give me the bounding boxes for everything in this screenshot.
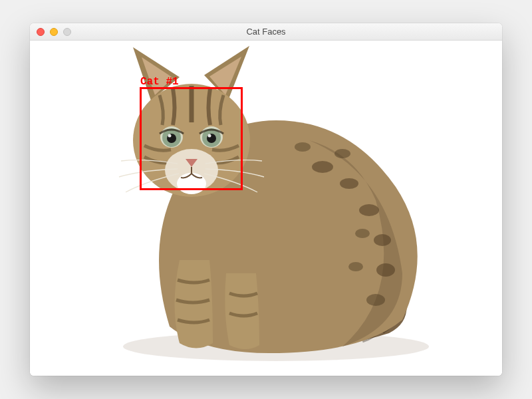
svg-point-21 — [208, 134, 211, 138]
svg-point-7 — [334, 149, 350, 158]
svg-point-5 — [376, 263, 395, 277]
svg-point-3 — [359, 204, 379, 216]
svg-point-20 — [168, 134, 172, 138]
svg-point-8 — [295, 142, 311, 152]
svg-point-6 — [366, 294, 385, 306]
app-window: Cat Faces — [30, 23, 502, 376]
svg-point-13 — [177, 173, 206, 194]
close-icon[interactable] — [37, 28, 45, 36]
maximize-icon[interactable] — [63, 28, 71, 36]
svg-point-2 — [340, 178, 358, 189]
svg-point-9 — [355, 229, 370, 238]
image-canvas — [30, 41, 502, 376]
svg-point-10 — [348, 262, 363, 271]
traffic-lights — [30, 28, 71, 36]
window-title: Cat Faces — [30, 27, 502, 37]
window-content: Cat #1 — [30, 41, 502, 376]
window-titlebar[interactable]: Cat Faces — [30, 23, 502, 41]
svg-point-1 — [312, 161, 333, 173]
minimize-icon[interactable] — [50, 28, 58, 36]
svg-point-4 — [374, 234, 391, 246]
